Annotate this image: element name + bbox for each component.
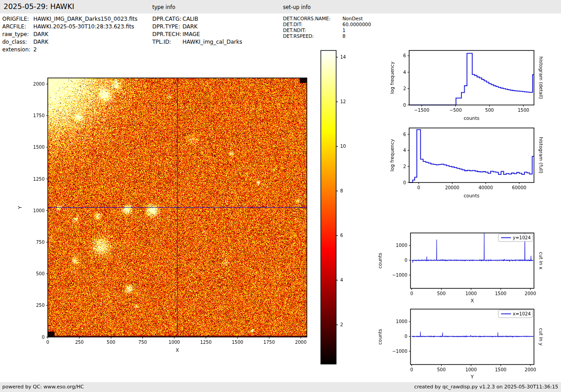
svg-text:500: 500 [485, 108, 494, 113]
svg-text:1500: 1500 [232, 340, 243, 345]
svg-text:1500: 1500 [518, 108, 529, 113]
svg-text:1750: 1750 [264, 340, 275, 345]
svg-text:6: 6 [403, 53, 406, 58]
svg-text:60000: 60000 [512, 185, 526, 190]
svg-text:2000: 2000 [33, 82, 45, 87]
svg-text:−1500: −1500 [414, 108, 429, 113]
svg-text:4: 4 [340, 278, 343, 283]
svg-text:40000: 40000 [479, 185, 493, 190]
svg-text:4: 4 [403, 148, 406, 153]
svg-text:250: 250 [36, 303, 45, 308]
histogram-detail-series [409, 53, 534, 105]
histogram-full-xlabel: counts [464, 193, 479, 198]
svg-text:14: 14 [340, 55, 346, 59]
svg-text:8: 8 [340, 188, 343, 193]
cut-in-y-xlabel: Y [470, 374, 474, 379]
cut-in-x-side-label: cut in x [538, 252, 544, 269]
histogram-detail-side-label: histogram (detail) [538, 56, 544, 99]
histogram-full-side-label: histogram (full) [538, 137, 544, 173]
svg-text:−500: −500 [449, 108, 461, 113]
svg-text:6: 6 [340, 233, 343, 238]
svg-text:1250: 1250 [200, 340, 211, 345]
histogram-full-ylabel: log frequency [389, 139, 395, 171]
svg-text:0: 0 [417, 185, 420, 190]
histogram-detail-xlabel: counts [464, 115, 479, 121]
cut-in-x-xlabel: X [470, 298, 474, 303]
svg-text:0: 0 [410, 291, 413, 296]
cut-in-y-series [412, 332, 534, 337]
dark-frame-heatmap-plot: 0250500750100012501500175020000250500750… [17, 78, 307, 353]
svg-text:6: 6 [403, 132, 406, 137]
svg-text:750: 750 [36, 240, 45, 245]
svg-text:20000: 20000 [445, 185, 460, 190]
cut-in-y-plot: 0500100015002000−100001000Ycountscut in … [377, 309, 544, 379]
svg-text:4: 4 [403, 70, 406, 75]
svg-text:1000: 1000 [169, 340, 180, 345]
svg-text:1000: 1000 [396, 243, 407, 248]
svg-text:1000: 1000 [396, 319, 407, 324]
cut-in-x-plot: 0500100015002000−100001000Xcountscut in … [377, 233, 544, 303]
svg-text:1500: 1500 [495, 291, 506, 296]
svg-text:0: 0 [403, 103, 406, 108]
svg-text:0: 0 [405, 258, 407, 263]
svg-text:500: 500 [437, 291, 446, 296]
cut-in-x-legend-label: y=1024 [513, 235, 531, 240]
histogram-detail-ylabel: log frequency [389, 61, 395, 94]
svg-text:−1000: −1000 [392, 273, 407, 278]
histogram-full-series [409, 130, 534, 182]
cut-in-y-legend: x=1024 [498, 310, 533, 318]
svg-text:2: 2 [340, 322, 343, 327]
svg-text:750: 750 [138, 340, 147, 345]
svg-text:0: 0 [403, 180, 406, 185]
svg-text:10: 10 [340, 144, 346, 149]
svg-text:−1000: −1000 [392, 349, 407, 354]
svg-text:1000: 1000 [33, 208, 45, 213]
cut-in-y-ylabel: counts [377, 329, 383, 345]
cut-in-y-side-label: cut in y [538, 328, 544, 346]
qc-report-page: 2025-05-29: HAWKI type info set-up info … [0, 0, 561, 392]
svg-text:1500: 1500 [495, 367, 506, 372]
cut-in-x-ylabel: counts [377, 253, 383, 269]
plots-overlay: −1500−50050015000246countslog frequencyh… [0, 0, 561, 392]
svg-text:1000: 1000 [465, 291, 477, 296]
svg-text:1500: 1500 [33, 145, 45, 150]
svg-text:500: 500 [36, 271, 45, 276]
svg-text:0: 0 [405, 334, 407, 339]
svg-text:1250: 1250 [33, 177, 45, 182]
footer-powered-by: powered by QC: www.eso.org/HC [2, 384, 84, 390]
svg-text:12: 12 [340, 99, 346, 104]
svg-text:500: 500 [107, 340, 115, 345]
dark-frame-heatmap-xlabel: X [176, 347, 179, 353]
svg-text:2000: 2000 [525, 367, 536, 372]
footer-bar: powered by QC: www.eso.org/HC created by… [0, 382, 561, 392]
svg-text:1000: 1000 [465, 367, 477, 372]
cut-in-y-legend-label: x=1024 [513, 311, 531, 316]
svg-text:250: 250 [75, 340, 84, 345]
histogram-full-plot: 02000040000600000246countslog frequencyh… [389, 128, 544, 198]
colorbar: 2468101214 [321, 50, 346, 364]
svg-text:2: 2 [403, 164, 406, 169]
histogram-detail-plot: −1500−50050015000246countslog frequencyh… [389, 50, 544, 121]
cut-in-x-legend: y=1024 [498, 234, 533, 242]
svg-text:2000: 2000 [525, 291, 536, 296]
svg-text:0: 0 [42, 335, 45, 340]
svg-text:500: 500 [437, 367, 446, 372]
svg-text:1750: 1750 [33, 113, 45, 118]
dark-frame-heatmap-ylabel: Y [17, 206, 23, 210]
footer-created-by: created by qc_rawdisp.py v1.2.3 on 2025-… [414, 384, 558, 390]
svg-text:2: 2 [403, 86, 406, 91]
svg-text:0: 0 [46, 340, 49, 345]
svg-text:0: 0 [410, 367, 413, 372]
svg-text:2000: 2000 [295, 340, 306, 345]
